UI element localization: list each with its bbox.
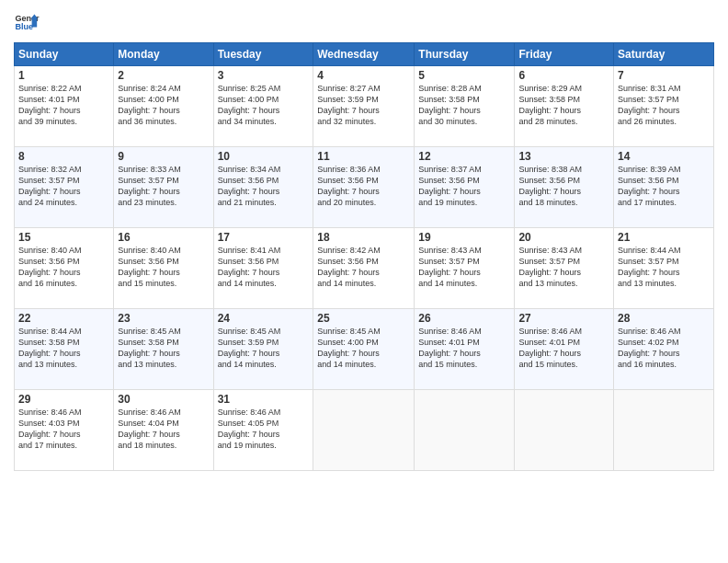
day-number: 14: [618, 150, 710, 163]
day-info: Sunrise: 8:46 AM Sunset: 4:01 PM Dayligh…: [518, 326, 609, 371]
day-cell: [415, 390, 515, 471]
day-cell: 5 Sunrise: 8:28 AM Sunset: 3:58 PM Dayli…: [415, 66, 515, 147]
day-cell: 25 Sunrise: 8:45 AM Sunset: 4:00 PM Dayl…: [313, 309, 415, 390]
day-number: 7: [618, 69, 710, 82]
day-info: Sunrise: 8:24 AM Sunset: 4:00 PM Dayligh…: [118, 83, 209, 128]
week-row-3: 15 Sunrise: 8:40 AM Sunset: 3:56 PM Dayl…: [15, 228, 714, 309]
day-info: Sunrise: 8:29 AM Sunset: 3:58 PM Dayligh…: [518, 83, 609, 128]
day-cell: 19 Sunrise: 8:43 AM Sunset: 3:57 PM Dayl…: [415, 228, 515, 309]
day-cell: 17 Sunrise: 8:41 AM Sunset: 3:56 PM Dayl…: [213, 228, 313, 309]
day-number: 16: [118, 231, 209, 244]
day-number: 24: [218, 312, 310, 325]
day-info: Sunrise: 8:34 AM Sunset: 3:56 PM Dayligh…: [218, 164, 310, 209]
day-info: Sunrise: 8:41 AM Sunset: 3:56 PM Dayligh…: [218, 245, 310, 290]
day-cell: 31 Sunrise: 8:46 AM Sunset: 4:05 PM Dayl…: [213, 390, 313, 471]
day-info: Sunrise: 8:31 AM Sunset: 3:57 PM Dayligh…: [618, 83, 710, 128]
day-cell: 13 Sunrise: 8:38 AM Sunset: 3:56 PM Dayl…: [515, 147, 614, 228]
day-number: 1: [18, 69, 109, 82]
day-cell: [515, 390, 614, 471]
week-row-2: 8 Sunrise: 8:32 AM Sunset: 3:57 PM Dayli…: [15, 147, 714, 228]
day-cell: 20 Sunrise: 8:43 AM Sunset: 3:57 PM Dayl…: [515, 228, 614, 309]
day-number: 5: [418, 69, 510, 82]
day-cell: 12 Sunrise: 8:37 AM Sunset: 3:56 PM Dayl…: [415, 147, 515, 228]
day-number: 10: [218, 150, 310, 163]
day-cell: 28 Sunrise: 8:46 AM Sunset: 4:02 PM Dayl…: [614, 309, 714, 390]
day-info: Sunrise: 8:28 AM Sunset: 3:58 PM Dayligh…: [418, 83, 510, 128]
day-number: 12: [418, 150, 510, 163]
day-number: 9: [118, 150, 209, 163]
day-info: Sunrise: 8:27 AM Sunset: 3:59 PM Dayligh…: [317, 83, 410, 128]
day-cell: 1 Sunrise: 8:22 AM Sunset: 4:01 PM Dayli…: [15, 66, 114, 147]
day-number: 8: [18, 150, 109, 163]
day-number: 25: [317, 312, 410, 325]
day-cell: 9 Sunrise: 8:33 AM Sunset: 3:57 PM Dayli…: [114, 147, 213, 228]
day-cell: [614, 390, 714, 471]
day-cell: 22 Sunrise: 8:44 AM Sunset: 3:58 PM Dayl…: [15, 309, 114, 390]
day-number: 18: [317, 231, 410, 244]
day-number: 20: [518, 231, 609, 244]
day-cell: 4 Sunrise: 8:27 AM Sunset: 3:59 PM Dayli…: [313, 66, 415, 147]
day-cell: [313, 390, 415, 471]
day-cell: 30 Sunrise: 8:46 AM Sunset: 4:04 PM Dayl…: [114, 390, 213, 471]
day-info: Sunrise: 8:37 AM Sunset: 3:56 PM Dayligh…: [418, 164, 510, 209]
day-number: 30: [118, 393, 209, 406]
day-cell: 2 Sunrise: 8:24 AM Sunset: 4:00 PM Dayli…: [114, 66, 213, 147]
day-cell: 14 Sunrise: 8:39 AM Sunset: 3:56 PM Dayl…: [614, 147, 714, 228]
day-number: 17: [218, 231, 310, 244]
day-cell: 11 Sunrise: 8:36 AM Sunset: 3:56 PM Dayl…: [313, 147, 415, 228]
logo-icon: General Blue: [14, 9, 40, 35]
day-info: Sunrise: 8:39 AM Sunset: 3:56 PM Dayligh…: [618, 164, 710, 209]
day-number: 3: [218, 69, 310, 82]
day-number: 31: [218, 393, 310, 406]
day-info: Sunrise: 8:45 AM Sunset: 3:58 PM Dayligh…: [118, 326, 209, 371]
page: General Blue SundayMondayTuesdayWednesda…: [0, 0, 728, 563]
day-number: 26: [418, 312, 510, 325]
day-number: 27: [518, 312, 609, 325]
day-info: Sunrise: 8:46 AM Sunset: 4:03 PM Dayligh…: [18, 407, 109, 452]
day-info: Sunrise: 8:44 AM Sunset: 3:58 PM Dayligh…: [18, 326, 109, 371]
day-info: Sunrise: 8:25 AM Sunset: 4:00 PM Dayligh…: [218, 83, 310, 128]
day-cell: 6 Sunrise: 8:29 AM Sunset: 3:58 PM Dayli…: [515, 66, 614, 147]
svg-text:Blue: Blue: [15, 22, 33, 31]
header-friday: Friday: [515, 43, 614, 66]
day-number: 6: [518, 69, 609, 82]
logo: General Blue: [14, 9, 40, 35]
day-cell: 27 Sunrise: 8:46 AM Sunset: 4:01 PM Dayl…: [515, 309, 614, 390]
day-number: 29: [18, 393, 109, 406]
calendar-header-row: SundayMondayTuesdayWednesdayThursdayFrid…: [15, 43, 714, 66]
day-info: Sunrise: 8:43 AM Sunset: 3:57 PM Dayligh…: [418, 245, 510, 290]
day-info: Sunrise: 8:46 AM Sunset: 4:04 PM Dayligh…: [118, 407, 209, 452]
day-info: Sunrise: 8:38 AM Sunset: 3:56 PM Dayligh…: [518, 164, 609, 209]
day-cell: 3 Sunrise: 8:25 AM Sunset: 4:00 PM Dayli…: [213, 66, 313, 147]
header-saturday: Saturday: [614, 43, 714, 66]
week-row-1: 1 Sunrise: 8:22 AM Sunset: 4:01 PM Dayli…: [15, 66, 714, 147]
day-number: 22: [18, 312, 109, 325]
header-thursday: Thursday: [415, 43, 515, 66]
day-cell: 23 Sunrise: 8:45 AM Sunset: 3:58 PM Dayl…: [114, 309, 213, 390]
day-number: 28: [618, 312, 710, 325]
day-info: Sunrise: 8:33 AM Sunset: 3:57 PM Dayligh…: [118, 164, 209, 209]
week-row-4: 22 Sunrise: 8:44 AM Sunset: 3:58 PM Dayl…: [15, 309, 714, 390]
day-info: Sunrise: 8:45 AM Sunset: 3:59 PM Dayligh…: [218, 326, 310, 371]
day-number: 13: [518, 150, 609, 163]
day-number: 19: [418, 231, 510, 244]
day-info: Sunrise: 8:40 AM Sunset: 3:56 PM Dayligh…: [118, 245, 209, 290]
day-info: Sunrise: 8:32 AM Sunset: 3:57 PM Dayligh…: [18, 164, 109, 209]
day-info: Sunrise: 8:42 AM Sunset: 3:56 PM Dayligh…: [317, 245, 410, 290]
calendar-table: SundayMondayTuesdayWednesdayThursdayFrid…: [14, 42, 714, 471]
day-info: Sunrise: 8:46 AM Sunset: 4:05 PM Dayligh…: [218, 407, 310, 452]
day-cell: 26 Sunrise: 8:46 AM Sunset: 4:01 PM Dayl…: [415, 309, 515, 390]
header-sunday: Sunday: [15, 43, 114, 66]
day-info: Sunrise: 8:40 AM Sunset: 3:56 PM Dayligh…: [18, 245, 109, 290]
day-info: Sunrise: 8:46 AM Sunset: 4:02 PM Dayligh…: [618, 326, 710, 371]
header: General Blue: [14, 9, 714, 35]
day-info: Sunrise: 8:45 AM Sunset: 4:00 PM Dayligh…: [317, 326, 410, 371]
day-cell: 29 Sunrise: 8:46 AM Sunset: 4:03 PM Dayl…: [15, 390, 114, 471]
day-info: Sunrise: 8:46 AM Sunset: 4:01 PM Dayligh…: [418, 326, 510, 371]
day-cell: 18 Sunrise: 8:42 AM Sunset: 3:56 PM Dayl…: [313, 228, 415, 309]
day-number: 4: [317, 69, 410, 82]
header-monday: Monday: [114, 43, 213, 66]
day-info: Sunrise: 8:36 AM Sunset: 3:56 PM Dayligh…: [317, 164, 410, 209]
day-cell: 10 Sunrise: 8:34 AM Sunset: 3:56 PM Dayl…: [213, 147, 313, 228]
header-tuesday: Tuesday: [213, 43, 313, 66]
